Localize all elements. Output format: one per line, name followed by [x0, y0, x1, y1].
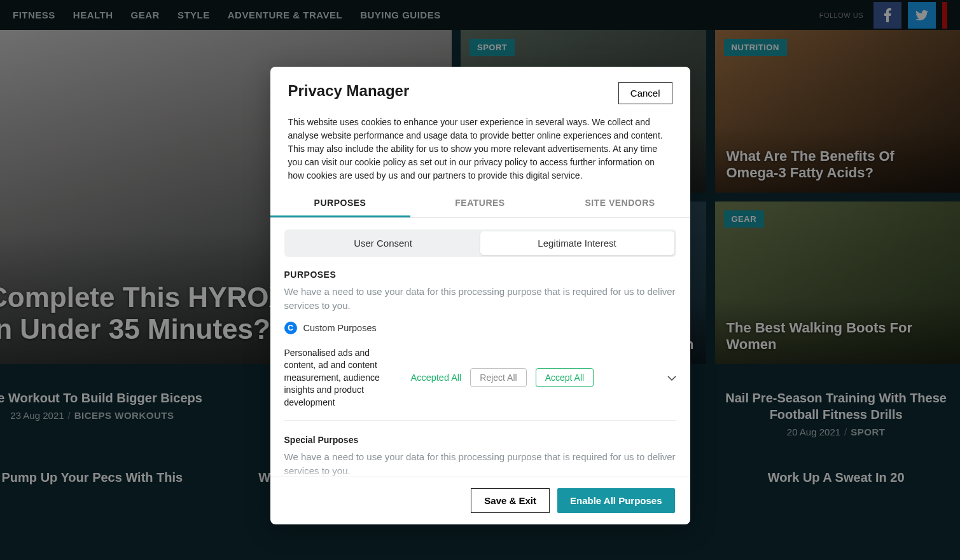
tab-features[interactable]: FEATURES — [410, 189, 550, 217]
purposes-heading: PURPOSES — [284, 270, 676, 280]
special-sub: We have a need to use your data for this… — [284, 450, 676, 476]
seg-legitimate-interest[interactable]: Legitimate Interest — [480, 231, 674, 255]
modal-footer: Save & Exit Enable All Purposes — [270, 476, 690, 524]
custom-purposes-label: Custom Purposes — [303, 323, 377, 333]
purpose-item-text: Personalised ads and content, ad and con… — [284, 347, 402, 409]
status-accepted: Accepted All — [411, 372, 462, 383]
modal-body: User Consent Legitimate Interest PURPOSE… — [270, 218, 690, 476]
special-heading: Special Purposes — [284, 435, 676, 445]
purposes-sub: We have a need to use your data for this… — [284, 285, 676, 313]
privacy-modal: Privacy Manager Cancel This website uses… — [270, 67, 690, 524]
enable-all-button[interactable]: Enable All Purposes — [557, 488, 675, 513]
purpose-item-row: Personalised ads and content, ad and con… — [284, 343, 676, 421]
modal-title: Privacy Manager — [288, 82, 410, 100]
reject-all-button[interactable]: Reject All — [470, 368, 526, 387]
modal-description: This website uses cookies to enhance you… — [270, 104, 690, 189]
custom-purposes-row: C Custom Purposes — [284, 322, 676, 334]
save-exit-button[interactable]: Save & Exit — [471, 488, 550, 513]
seg-user-consent[interactable]: User Consent — [286, 231, 480, 255]
tab-vendors[interactable]: SITE VENDORS — [550, 189, 690, 217]
tab-purposes[interactable]: PURPOSES — [270, 189, 410, 217]
accept-all-button[interactable]: Accept All — [536, 368, 594, 387]
modal-tabs: PURPOSES FEATURES SITE VENDORS — [270, 189, 690, 218]
custom-badge-icon: C — [284, 322, 297, 334]
segmented-control: User Consent Legitimate Interest — [284, 229, 676, 257]
cancel-button[interactable]: Cancel — [618, 82, 672, 104]
chevron-down-icon[interactable] — [667, 372, 676, 383]
